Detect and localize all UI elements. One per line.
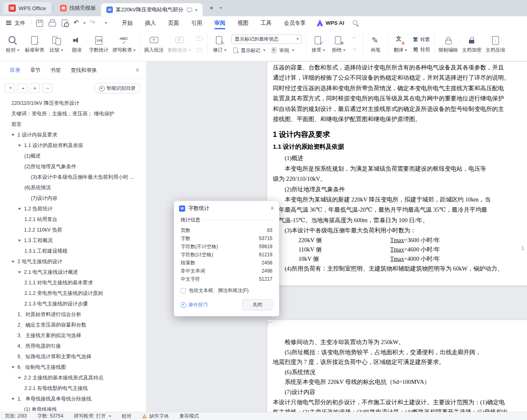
toc-expand-button[interactable] [17, 83, 27, 93]
save-button[interactable] [34, 18, 45, 28]
file-menu-button[interactable]: 文件 [0, 19, 29, 27]
toc-item[interactable]: (7)设计内容 [0, 193, 146, 204]
toc-item[interactable]: 2、确定主变压器的容量和台数 [0, 320, 146, 330]
compress-document-button[interactable]: 文档压缩 [484, 32, 507, 57]
toc-item[interactable]: 220/110/10kV 降压变电所设计 [0, 98, 146, 108]
wps-ai-button[interactable]: WPS AI [317, 20, 344, 26]
dialog-close-icon[interactable]: × [270, 205, 274, 212]
toc-zoom-in-button[interactable]: + [30, 83, 40, 93]
sidebar-tab-章节[interactable]: 章节 [30, 67, 41, 74]
markup-state-select[interactable]: 显示标记的最终状态 [231, 35, 302, 44]
page-indicator[interactable]: 页面: 2/83 [5, 413, 27, 420]
toc-item[interactable]: 1.1 设计的原始资料及依据 [0, 140, 146, 151]
compare-button[interactable]: 比较 [46, 32, 67, 57]
document-page-1[interactable]: 压器的容量、台数和形式，选择待设计变电所所含有的各种电气设备及其各项参数，并且通… [267, 62, 527, 286]
toc-item[interactable]: 1.3.1 工程建设规模 [0, 246, 146, 256]
toc-item[interactable]: 前言 [0, 119, 146, 130]
toc-item[interactable]: 4、所用电源的引接 [0, 341, 146, 351]
search-button[interactable] [351, 18, 361, 28]
proofread-status[interactable]: 校对 [122, 413, 132, 420]
toc-item[interactable]: 1、对原始资料进行综合分析 [0, 309, 146, 320]
tips-link[interactable]: 操作技巧 [181, 301, 208, 308]
toc-item[interactable]: 关键词：变电所；主接线；变压器； 继电保护 [0, 108, 146, 119]
toc-item[interactable]: (1) 单母线接线 [0, 404, 146, 411]
to-traditional-button[interactable]: 繁转繁 [411, 35, 431, 44]
smart-toc-button[interactable]: 智能识别目录 [94, 83, 141, 93]
nav-next-icon [196, 47, 203, 54]
read-aloud-button[interactable]: 朗读 [67, 32, 87, 57]
include-textbox-checkbox[interactable] [181, 288, 186, 293]
toc-item[interactable]: 2.2 主接线的基本接线形式及其特点 [0, 372, 146, 383]
toc-item[interactable]: (3)本设计中各级电压侧年最大负荷利用小时 ... [0, 172, 146, 182]
insert-comment-button[interactable]: 插入批注 [142, 32, 166, 57]
reject-icon [334, 35, 343, 45]
quick-access-more-button[interactable] [100, 18, 110, 28]
toc-item[interactable]: (1)概述 [0, 151, 146, 161]
undo-button[interactable] [71, 18, 86, 28]
toc-item[interactable]: 1 设计内容及要求 [0, 130, 146, 140]
close-button[interactable]: 关闭 [242, 299, 272, 310]
menu-tab-视图[interactable]: 视图 [231, 16, 255, 30]
menu-tab-页面[interactable]: 页面 [162, 16, 185, 30]
toc-item[interactable]: 1、单母线接线及单母线分段接线 [0, 394, 146, 404]
review-ribbon: 校对标准审查比较朗读字数统计拼写检查插入批注删除批注修订显示标记的最终状态显示标… [0, 30, 527, 61]
missing-fonts-warning[interactable]: 缺失字体 [142, 413, 169, 420]
spell-check-button[interactable]: 拼写检查 [110, 32, 138, 57]
toc-item[interactable]: 2.1.1 对电气主接线的基本要求 [0, 277, 146, 288]
sidebar-tab-查找和替换[interactable]: 查找和替换 [71, 67, 97, 74]
review-pane-button[interactable]: 审阅 [270, 46, 296, 55]
toc-item[interactable]: 1.3 工程概况 [0, 235, 146, 246]
toc-item[interactable]: 3、主接线方案的拟定与选择 [0, 330, 146, 341]
spellcheck-status[interactable]: 拼写检查: 打开 [74, 413, 111, 420]
toc-item[interactable]: 1.2.2 110kV 负荷 [0, 225, 146, 235]
restrict-editing-button[interactable]: 限制编辑 [436, 32, 460, 57]
accept-button[interactable]: 接受 [308, 32, 328, 57]
standard-review-button[interactable]: 标准审查 [23, 32, 46, 57]
print-button[interactable] [46, 18, 58, 28]
toc-item[interactable]: 1.2.1 站用复合 [0, 214, 146, 225]
toc-item[interactable]: 1.2 负荷统计 [0, 204, 146, 214]
toc-zoom-out-button[interactable]: − [43, 83, 52, 93]
dialog-title-bar[interactable]: W 字数统计 × [174, 201, 279, 216]
tab-list-button[interactable] [216, 3, 225, 13]
document-page-2[interactable]: 检修间动力、主变冷却装置动力等为 250kW。 (5)所址概括：该变电所地势较平… [267, 320, 527, 412]
compatibility-mode[interactable]: 兼容模式 [179, 413, 199, 420]
pen-button[interactable]: 画笔 [365, 32, 386, 57]
toc-item[interactable]: 5、短路电流计算和主要电气选择 [0, 351, 146, 362]
toc-item[interactable]: (2)所址地理及气象条件 [0, 161, 146, 172]
menu-tab-插入[interactable]: 插入 [139, 16, 162, 30]
track-changes-button[interactable]: 修订 [210, 32, 230, 57]
toc-item[interactable]: (6)系统情况 [0, 182, 146, 193]
stat-label: 字符数(计空格) [181, 251, 213, 258]
menu-tab-会员专享[interactable]: 会员专享 [278, 16, 312, 30]
document-tab[interactable]: W某220kV降压变电站电气部分 [101, 3, 203, 16]
encrypt-document-button[interactable]: 文档加密 [460, 32, 484, 57]
sidebar-close-icon[interactable]: × [136, 67, 139, 74]
toc-item[interactable]: 2.1 电气主接线设计概述 [0, 267, 146, 277]
proofread-button[interactable]: 校对 [2, 32, 23, 57]
caret-down-icon [188, 50, 191, 51]
caret-down-icon [220, 7, 222, 9]
wps-home-tab[interactable]: WWPS Office [3, 2, 51, 14]
menu-tab-审阅[interactable]: 审阅 [208, 16, 231, 30]
toc-item[interactable]: 2 电气主接线的设计 [0, 256, 146, 267]
print-preview-button[interactable] [59, 18, 70, 28]
menu-tab-开始[interactable]: 开始 [116, 16, 139, 30]
menu-tab-工具[interactable]: 工具 [255, 16, 278, 30]
show-markup-button[interactable]: 显示标记 [231, 46, 267, 55]
toc-item[interactable]: 2.1.2 变电所电气主接线的设计原则 [0, 288, 146, 299]
docer-template-tab[interactable]: 稻找稿壳模板 [55, 0, 101, 16]
menu-tab-引用[interactable]: 引用 [185, 16, 208, 30]
word-count-button[interactable]: 字数统计 [87, 32, 110, 57]
reject-button[interactable]: 拒绝 [328, 32, 349, 57]
toc-item[interactable]: 6、绘制电气主接线图 [0, 362, 146, 372]
new-tab-button[interactable]: + [207, 3, 216, 13]
toc-collapse-button[interactable] [5, 83, 15, 93]
sidebar-tab-目录[interactable]: 目录 [10, 67, 20, 74]
word-count-indicator[interactable]: 字数: 53754 [37, 413, 63, 420]
toc-item[interactable]: 2.2.1 有母线型的电气主接线 [0, 383, 146, 394]
sidebar-tab-书签[interactable]: 书签 [50, 67, 61, 74]
to-simplified-button[interactable]: 简转简 [411, 45, 431, 54]
toc-item[interactable]: 2.1.3 电气主接线的设计步骤 [0, 299, 146, 309]
translate-button[interactable]: 翻译 [390, 32, 410, 57]
